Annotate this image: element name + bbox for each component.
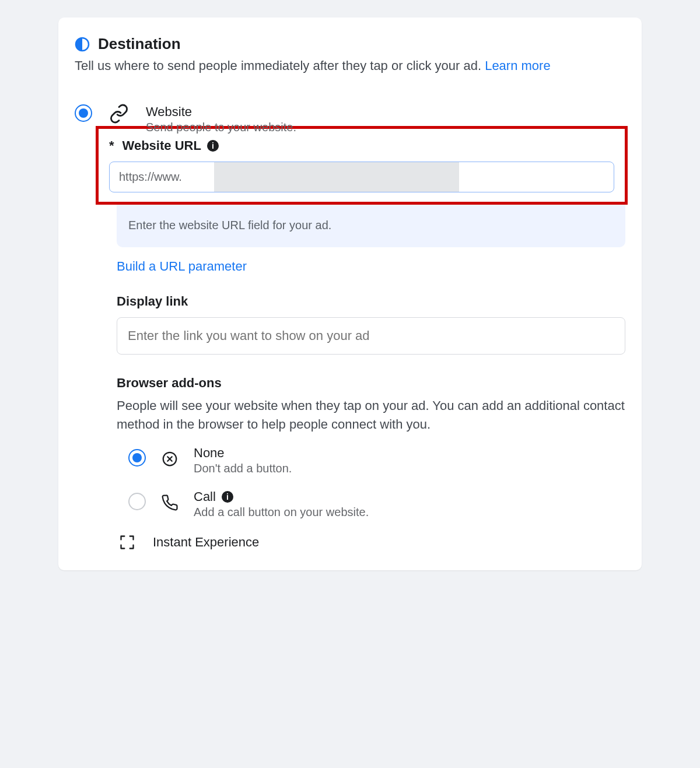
browser-addons-desc: People will see your website when they t…	[117, 397, 625, 434]
fullscreen-icon	[117, 532, 138, 553]
info-icon[interactable]: i	[222, 491, 233, 503]
x-circle-icon	[160, 449, 180, 469]
instant-experience-label: Instant Experience	[153, 535, 259, 550]
build-url-parameter-link[interactable]: Build a URL parameter	[117, 259, 247, 273]
destination-option-instant[interactable]: Instant Experience	[117, 533, 625, 553]
destination-option-website[interactable]: Website Send people to your website.	[75, 104, 625, 134]
website-url-helper: Enter the website URL field for your ad.	[117, 205, 625, 247]
website-url-label-text: Website URL	[123, 138, 201, 153]
link-icon	[108, 103, 130, 124]
learn-more-link[interactable]: Learn more	[485, 58, 551, 73]
website-url-label: * Website URL i	[109, 138, 614, 153]
section-description: Tell us where to send people immediately…	[75, 57, 625, 75]
addon-none-label: None	[194, 446, 292, 461]
display-link-input[interactable]	[117, 317, 625, 355]
addon-option-call[interactable]: Call i Add a call button on your website…	[128, 489, 625, 519]
display-link-label: Display link	[117, 294, 625, 309]
info-icon[interactable]: i	[207, 140, 219, 152]
website-option-desc: Send people to your website.	[146, 121, 625, 134]
section-header: Destination	[75, 35, 625, 53]
section-title: Destination	[98, 35, 181, 53]
phone-icon	[160, 493, 180, 513]
radio-website[interactable]	[75, 104, 92, 122]
addon-none-desc: Don't add a button.	[194, 462, 292, 475]
website-url-highlight: * Website URL i	[96, 126, 628, 205]
browser-addons-heading: Browser add-ons	[117, 376, 625, 391]
addon-call-desc: Add a call button on your website.	[194, 506, 369, 519]
section-description-text: Tell us where to send people immediately…	[75, 58, 485, 73]
addon-call-label: Call	[194, 489, 216, 504]
radio-addon-call[interactable]	[128, 493, 146, 510]
redacted-overlay	[214, 162, 459, 192]
radio-addon-none[interactable]	[128, 449, 146, 467]
addon-option-none[interactable]: None Don't add a button.	[128, 446, 625, 475]
destination-card: Destination Tell us where to send people…	[58, 17, 642, 570]
website-option-label: Website	[146, 104, 625, 120]
half-circle-icon	[75, 37, 90, 52]
